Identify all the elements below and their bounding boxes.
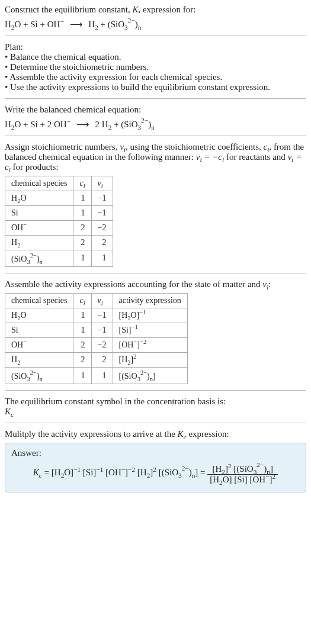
cell-species: Si xyxy=(5,323,73,338)
table-row: H2 2 2 [H2]2 xyxy=(5,353,188,368)
cell-ci: 2 xyxy=(73,353,91,368)
assemble-b: : xyxy=(268,279,271,289)
cell-nui: 2 xyxy=(91,235,113,250)
cell-ci: 1 xyxy=(73,308,91,323)
cell-nui: −1 xyxy=(91,191,113,205)
balanced-label: Write the balanced chemical equation: xyxy=(5,105,306,115)
bal-lhs-1: Si xyxy=(30,120,38,129)
unb-lhs-1: Si xyxy=(30,20,38,29)
plan-item-3: • Use the activity expressions to build … xyxy=(5,82,306,92)
assign-paragraph: Assign stoichiometric numbers, νi, using… xyxy=(5,142,306,172)
cell-species: (SiO32− )n xyxy=(5,368,73,384)
plan-item-1: • Determine the stoichiometric numbers. xyxy=(5,62,306,72)
assemble-nu: νi xyxy=(262,279,268,289)
title: Construct the equilibrium constant, K, e… xyxy=(5,5,306,15)
th-activity: activity expression xyxy=(113,294,187,308)
table-row: OH− 2 −2 xyxy=(5,220,113,235)
flat-term-1: [Si]−1 xyxy=(83,468,103,477)
cell-species: H2 xyxy=(5,353,73,368)
cell-ci: 2 xyxy=(73,220,91,235)
divider xyxy=(5,273,306,273)
cell-nui: 1 xyxy=(91,250,113,266)
flat-term-4: [(SiO32− )n] xyxy=(159,468,198,477)
cell-species: H2O xyxy=(5,308,73,323)
bal-lhs-0: H2O xyxy=(5,120,21,129)
multiply-a: Mulitply the activity expressions to arr… xyxy=(5,429,178,439)
answer-expression: Kc = [H2O]−1 [Si]−1 [OH−]−2 [H2]2 [(SiO3… xyxy=(11,462,300,485)
arrow-icon: ⟶ xyxy=(73,120,93,129)
flat-term-0: [H2O]−1 xyxy=(52,468,81,477)
assign-a: Assign stoichiometric numbers, xyxy=(5,142,120,152)
plan-item-0: • Balance the chemical equation. xyxy=(5,52,306,62)
assemble-paragraph: Assemble the activity expressions accoun… xyxy=(5,279,306,289)
unb-lhs-2: OH− xyxy=(47,20,64,29)
table-row: H2 2 2 xyxy=(5,235,113,250)
multiply-paragraph: Mulitply the activity expressions to arr… xyxy=(5,429,306,439)
assign-e: for products: xyxy=(11,162,59,172)
cell-species: (SiO32− )n xyxy=(5,250,73,266)
arrow-icon: ⟶ xyxy=(66,20,86,29)
cell-activity: [H2O]−1 xyxy=(113,308,187,323)
th-ci: ci xyxy=(73,176,91,191)
flat-term-2: [OH−]−2 xyxy=(105,468,135,477)
unb-lhs-0: H2O xyxy=(5,20,21,29)
assign-b: , using the stoichiometric coefficients, xyxy=(126,142,264,152)
kc-fraction: [H2]2 [(SiO32− )n] [H2O] [Si] [OH−]2 xyxy=(207,462,278,485)
cell-ci: 1 xyxy=(73,191,91,205)
unb-rhs-0: H2 xyxy=(88,20,98,29)
th-species: chemical species xyxy=(5,294,73,308)
plus: + xyxy=(23,20,30,29)
cell-species: H2 xyxy=(5,235,73,250)
table-header-row: chemical species ci νi activity expressi… xyxy=(5,294,188,308)
th-species: chemical species xyxy=(5,176,73,191)
plus: + xyxy=(101,20,108,29)
cell-species: H2O xyxy=(5,191,73,205)
eq-sign: = xyxy=(44,468,52,477)
cell-species: OH− xyxy=(5,338,73,353)
table-row: OH− 2 −2 [OH−]−2 xyxy=(5,338,188,353)
cell-nui: −2 xyxy=(91,220,113,235)
activity-table: chemical species ci νi activity expressi… xyxy=(5,293,188,384)
table-row: H2O 1 −1 xyxy=(5,191,113,205)
plan-label: Plan: xyxy=(5,42,306,52)
assign-eq1: νi = −ci xyxy=(196,152,224,162)
th-nui: νi xyxy=(91,176,113,191)
assemble-a: Assemble the activity expressions accoun… xyxy=(5,279,262,289)
table-header-row: chemical species ci νi xyxy=(5,176,113,191)
cell-ci: 1 xyxy=(73,250,91,266)
cell-nui: −1 xyxy=(91,308,113,323)
cell-activity: [OH−]−2 xyxy=(113,338,187,353)
cell-ci: 2 xyxy=(73,235,91,250)
cell-activity: [H2]2 xyxy=(113,353,187,368)
plus: + xyxy=(114,120,121,129)
table-row: (SiO32− )n 1 1 [(SiO32− )n] xyxy=(5,368,188,384)
th-ci: ci xyxy=(73,294,91,308)
assign-d: for reactants and xyxy=(224,152,287,162)
table-row: Si 1 −1 [Si]−1 xyxy=(5,323,188,338)
unbalanced-equation: H2O + Si + OH− ⟶ H2 + (SiO32− )n xyxy=(5,17,306,30)
th-nui: νi xyxy=(91,294,113,308)
title-text-a: Construct the equilibrium constant, xyxy=(5,5,132,14)
cell-ci: 1 xyxy=(73,205,91,220)
title-text-b: , expression for: xyxy=(138,5,195,14)
table-row: Si 1 −1 xyxy=(5,205,113,220)
plus: + xyxy=(23,120,30,129)
plus: + xyxy=(40,120,47,129)
divider xyxy=(5,423,306,423)
title-k: K xyxy=(132,5,138,14)
flat-term-3: [H2]2 xyxy=(137,468,156,477)
cell-nui: 2 xyxy=(91,353,113,368)
bal-lhs-2: 2 OH− xyxy=(47,120,70,129)
cell-ci: 1 xyxy=(73,323,91,338)
cell-nui: −2 xyxy=(91,338,113,353)
cell-ci: 2 xyxy=(73,338,91,353)
balanced-equation: H2O + Si + 2 OH− ⟶ 2 H2 + (SiO32− )n xyxy=(5,117,306,130)
kc-denominator: [H2O] [Si] [OH−]2 xyxy=(207,475,278,485)
answer-box: Answer: Kc = [H2O]−1 [Si]−1 [OH−]−2 [H2]… xyxy=(5,443,306,492)
assign-nu: νi xyxy=(120,142,126,152)
cell-activity: [Si]−1 xyxy=(113,323,187,338)
bal-rhs-0: 2 H2 xyxy=(95,120,112,129)
cell-ci: 1 xyxy=(73,368,91,384)
multiply-b: expression: xyxy=(187,429,229,439)
stoichiometry-table: chemical species ci νi H2O 1 −1 Si 1 −1 … xyxy=(5,176,113,267)
